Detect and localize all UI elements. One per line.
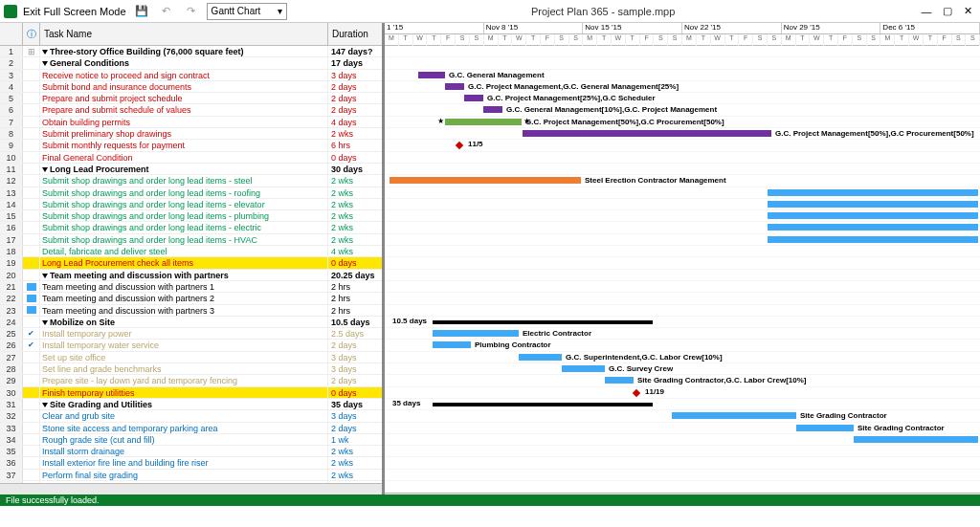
gantt-row[interactable]: [385, 270, 980, 281]
gantt-row[interactable]: [385, 246, 980, 257]
duration-cell[interactable]: 2 days: [328, 423, 382, 433]
task-name-cell[interactable]: Prepare and submit schedule of values: [40, 104, 328, 115]
gantt-bar[interactable]: G.C. Project Management[50%],G.C Procure…: [523, 130, 771, 137]
gantt-row[interactable]: Plumbing Contractor: [385, 340, 980, 351]
view-selector[interactable]: Gantt Chart▾: [207, 3, 288, 20]
duration-cell[interactable]: 0 days: [328, 257, 382, 268]
task-row[interactable]: 37Perform final site grading2 wks: [0, 470, 382, 481]
task-name-cell[interactable]: Team meeting and discussion with partner…: [40, 270, 328, 280]
gantt-body[interactable]: G.C. General ManagementG.C. Project Mana…: [385, 46, 980, 493]
gantt-row[interactable]: 11/19: [385, 387, 980, 399]
duration-cell[interactable]: 2 days: [328, 93, 382, 103]
task-row[interactable]: 4Submit bond and insurance documents2 da…: [0, 81, 382, 93]
duration-cell[interactable]: 2 wks: [328, 446, 382, 456]
duration-cell[interactable]: 2 hrs: [328, 293, 382, 303]
gantt-row[interactable]: G.C. Superintendent,G.C. Labor Crew[10%]: [385, 352, 980, 363]
gantt-row[interactable]: [385, 446, 980, 457]
duration-cell[interactable]: 1 wk: [328, 434, 382, 445]
task-row[interactable]: 23Team meeting and discussion with partn…: [0, 305, 382, 317]
duration-cell[interactable]: 2 wks: [328, 128, 382, 139]
collapse-icon[interactable]: [42, 274, 48, 278]
task-name-cell[interactable]: Perform final site grading: [40, 470, 328, 480]
task-name-cell[interactable]: Install exterior fire line and building …: [40, 457, 328, 468]
gantt-bar[interactable]: Electric Contractor: [433, 330, 519, 337]
duration-cell[interactable]: 0 days: [328, 387, 382, 398]
task-row[interactable]: 3Receive notice to proceed and sign cont…: [0, 70, 382, 81]
task-row[interactable]: 17Submit shop drawings and order long le…: [0, 234, 382, 246]
gantt-bar[interactable]: E: [768, 201, 978, 208]
gantt-row[interactable]: G.C. Project Management[25%],G.C Schedul…: [385, 93, 980, 104]
gantt-row[interactable]: Site Grading Contractor,G.C. Labor Crew[…: [385, 375, 980, 386]
task-row[interactable]: 27Set up site office3 days: [0, 352, 382, 363]
gantt-bar[interactable]: Steel Erection Contractor Management: [390, 177, 581, 184]
gantt-row[interactable]: G.C. General Management: [385, 70, 980, 81]
undo-icon[interactable]: ↶: [157, 3, 176, 20]
duration-cell[interactable]: 4 wks: [328, 246, 382, 256]
gantt-bar[interactable]: G.C. General Management: [418, 72, 445, 78]
task-name-cell[interactable]: Install temporary water service: [40, 340, 328, 350]
task-name-cell[interactable]: Stone site access and temporary parking …: [40, 423, 328, 433]
close-icon[interactable]: ✕: [961, 4, 976, 19]
task-name-cell[interactable]: General Conditions: [40, 57, 328, 68]
task-name-cell[interactable]: Submit preliminary shop drawings: [40, 128, 328, 139]
collapse-icon[interactable]: [42, 61, 48, 66]
task-row[interactable]: 2General Conditions17 days: [0, 57, 382, 69]
duration-cell[interactable]: 10.5 days: [328, 317, 382, 327]
gantt-bar[interactable]: Site Grading Contractor: [672, 412, 796, 419]
gantt-row[interactable]: G.C. General Management[10%],G.C. Projec…: [385, 104, 980, 116]
gantt-bar[interactable]: E: [768, 224, 978, 231]
duration-cell[interactable]: 35 days: [328, 399, 382, 409]
duration-cell[interactable]: 2 wks: [328, 457, 382, 468]
task-row[interactable]: 21Team meeting and discussion with partn…: [0, 281, 382, 293]
task-name-cell[interactable]: Mobilize on Site: [40, 317, 328, 327]
gantt-bar[interactable]: P: [768, 212, 978, 219]
task-name-cell[interactable]: Prepare site - lay down yard and tempora…: [40, 375, 328, 385]
duration-cell[interactable]: 0 days: [328, 152, 382, 163]
task-row[interactable]: 32Clear and grub site3 days: [0, 410, 382, 422]
task-row[interactable]: 9Submit monthly requests for payment6 hr…: [0, 140, 382, 151]
task-name-cell[interactable]: Clear and grub site: [40, 410, 328, 421]
task-row[interactable]: 29Prepare site - lay down yard and tempo…: [0, 375, 382, 386]
task-name-cell[interactable]: Final General Condition: [40, 152, 328, 163]
duration-cell[interactable]: 30 days: [328, 164, 382, 174]
task-row[interactable]: 14Submit shop drawings and order long le…: [0, 199, 382, 210]
gantt-row[interactable]: 11/5: [385, 140, 980, 151]
gantt-row[interactable]: G.C. Project Management[50%],G.C Procure…: [385, 128, 980, 140]
info-col-header[interactable]: ⓘ: [23, 23, 40, 45]
gantt-row[interactable]: Steel Erection Contractor Management: [385, 175, 980, 187]
task-row[interactable]: 24Mobilize on Site10.5 days: [0, 317, 382, 328]
redo-icon[interactable]: ↷: [182, 3, 201, 20]
task-row[interactable]: 31Site Grading and Utilities35 days: [0, 399, 382, 410]
collapse-icon[interactable]: [42, 50, 48, 55]
gantt-bar[interactable]: G.C. Superintendent,G.C. Labor Crew[10%]: [519, 354, 562, 361]
duration-cell[interactable]: 2 wks: [328, 470, 382, 480]
gantt-bar[interactable]: Site Grading Contractor: [796, 425, 854, 431]
task-name-cell[interactable]: Submit shop drawings and order long lead…: [40, 199, 328, 209]
gantt-bar[interactable]: G.C. Project Management,G.C. General Man…: [445, 83, 464, 90]
task-row[interactable]: 1⊞Three-story Office Building (76,000 sq…: [0, 46, 382, 57]
task-name-cell[interactable]: Prepare and submit project schedule: [40, 93, 328, 103]
task-row[interactable]: 19Long Lead Procurement check all items0…: [0, 257, 382, 269]
task-row[interactable]: 11Long Lead Procurement30 days: [0, 164, 382, 175]
duration-cell[interactable]: 2 days: [328, 340, 382, 350]
collapse-icon[interactable]: [42, 320, 48, 325]
duration-cell[interactable]: 2 days: [328, 104, 382, 115]
gantt-row[interactable]: E: [385, 199, 980, 210]
gantt-bar[interactable]: Site Grading Contracto: [854, 436, 978, 443]
gantt-row[interactable]: [385, 257, 980, 269]
duration-cell[interactable]: 2 wks: [328, 199, 382, 209]
duration-cell[interactable]: 2 wks: [328, 187, 382, 198]
gantt-bar[interactable]: G.C. Project Management[25%],G.C Schedul…: [464, 95, 483, 101]
duration-cell[interactable]: 2 wks: [328, 234, 382, 245]
grid-hscroll[interactable]: [0, 483, 382, 494]
duration-cell[interactable]: 2 hrs: [328, 305, 382, 316]
task-row[interactable]: 5Prepare and submit project schedule2 da…: [0, 93, 382, 104]
task-name-cell[interactable]: Long Lead Procurement: [40, 164, 328, 174]
task-row[interactable]: 26✔Install temporary water service2 days: [0, 340, 382, 351]
task-row[interactable]: 15Submit shop drawings and order long le…: [0, 210, 382, 222]
duration-cell[interactable]: 2 wks: [328, 222, 382, 232]
duration-cell[interactable]: 2 wks: [328, 210, 382, 221]
task-name-cell[interactable]: Submit shop drawings and order long lead…: [40, 187, 328, 198]
gantt-row[interactable]: E: [385, 222, 980, 233]
task-name-cell[interactable]: Team meeting and discussion with partner…: [40, 305, 328, 316]
